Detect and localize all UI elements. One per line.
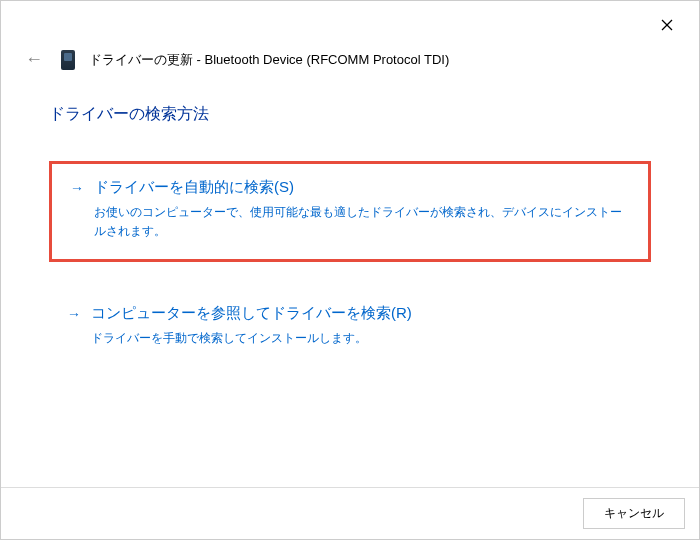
- option-browse-computer[interactable]: → コンピューターを参照してドライバーを検索(R) ドライバーを手動で検索してイ…: [49, 290, 651, 366]
- dialog-header: ← ドライバーの更新 - Bluetooth Device (RFCOMM Pr…: [1, 1, 699, 74]
- dialog-title: ドライバーの更新 - Bluetooth Device (RFCOMM Prot…: [89, 51, 449, 69]
- arrow-right-icon: →: [70, 180, 84, 196]
- option-description: お使いのコンピューターで、使用可能な最も適したドライバーが検索され、デバイスにイ…: [70, 203, 630, 241]
- option-title: ドライバーを自動的に検索(S): [94, 178, 294, 197]
- arrow-right-icon: →: [67, 306, 81, 322]
- close-icon: [661, 19, 673, 31]
- close-button[interactable]: [653, 13, 681, 38]
- device-icon: [61, 50, 75, 70]
- option-title-row: → コンピューターを参照してドライバーを検索(R): [67, 304, 633, 323]
- option-title: コンピューターを参照してドライバーを検索(R): [91, 304, 412, 323]
- main-content: ドライバーの検索方法 → ドライバーを自動的に検索(S) お使いのコンピューター…: [1, 74, 699, 367]
- search-method-heading: ドライバーの検索方法: [49, 104, 651, 125]
- device-name: Bluetooth Device (RFCOMM Protocol TDI): [205, 52, 450, 67]
- cancel-button[interactable]: キャンセル: [583, 498, 685, 529]
- option-auto-search[interactable]: → ドライバーを自動的に検索(S) お使いのコンピューターで、使用可能な最も適し…: [49, 161, 651, 262]
- title-prefix: ドライバーの更新 -: [89, 52, 205, 67]
- option-title-row: → ドライバーを自動的に検索(S): [70, 178, 630, 197]
- back-arrow-icon[interactable]: ←: [21, 45, 47, 74]
- dialog-footer: キャンセル: [1, 487, 699, 539]
- option-description: ドライバーを手動で検索してインストールします。: [67, 329, 633, 348]
